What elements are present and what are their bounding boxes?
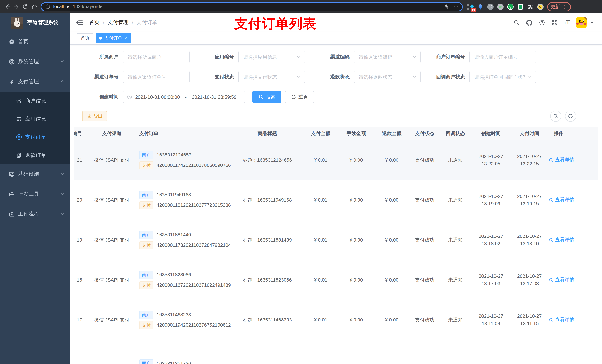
pay-no: 4200001194202110276752100612 — [157, 322, 231, 328]
github-icon[interactable] — [526, 19, 533, 26]
merchant-select[interactable] — [123, 51, 190, 63]
navbar: 首页 / 支付管理 / 支付订单 支付订单列表 TT — [70, 13, 602, 32]
close-icon[interactable]: × — [124, 35, 127, 41]
channel-order-no-input[interactable] — [127, 74, 185, 80]
extension-y-icon[interactable]: y — [507, 3, 514, 10]
sidebar-item-system[interactable]: 系统管理 — [0, 52, 70, 72]
extension-badge: 10 — [471, 8, 476, 12]
notify-status-select[interactable] — [469, 71, 536, 83]
sidebar-item-app-info[interactable]: 应用信息 — [0, 110, 70, 128]
merchant-no: 1635312124657 — [157, 152, 191, 157]
bookmark-star-icon[interactable]: ☆ — [454, 4, 458, 9]
sidebar-item-dev-tools[interactable]: 研发工具 — [0, 184, 70, 204]
search-icon[interactable] — [513, 19, 520, 26]
sidebar-item-refund-order[interactable]: 退款订单 — [0, 146, 70, 164]
extension-command-icon[interactable]: ⌘ — [487, 3, 494, 10]
order-id: 17 — [74, 300, 87, 340]
sidebar-item-infrastructure[interactable]: 基础设施 — [0, 164, 70, 184]
help-icon[interactable] — [539, 19, 545, 26]
merchant-order-no-field[interactable] — [469, 51, 536, 63]
channel-code-select[interactable] — [354, 51, 420, 63]
filter-app: 应用编号 — [190, 51, 305, 63]
app-select-input[interactable] — [243, 54, 295, 60]
pay-status: 支付成功 — [409, 220, 440, 260]
table-row[interactable]: 19 微信 JSAPI 支付 商户1635311881440 支付4200001… — [74, 220, 598, 260]
browser-reload-button[interactable] — [21, 2, 30, 11]
export-button[interactable]: 导出 — [82, 111, 107, 121]
toolbox-icon — [7, 191, 16, 198]
sidebar-item-workflow[interactable]: 工作流程 — [0, 204, 70, 224]
refund-status-input[interactable] — [358, 74, 411, 80]
header-title: 商品标题 — [232, 127, 303, 140]
extension-dot-icon[interactable] — [497, 3, 504, 10]
table-row[interactable]: 18 微信 JSAPI 支付 商户1635311823086 支付4200001… — [74, 260, 598, 300]
app-select[interactable] — [238, 51, 305, 63]
channel-order-no-field[interactable] — [123, 71, 190, 83]
table-row[interactable]: 17 微信 JSAPI 支付 商户1635311468233 支付4200001… — [74, 300, 598, 340]
browser-back-button[interactable] — [3, 2, 12, 11]
date-start: 2021-10-01 00:00:00 — [135, 94, 180, 100]
search-button[interactable]: 搜索 — [252, 91, 281, 103]
date-range-picker[interactable]: 2021-10-01 00:00:00 - 2021-10-31 23:59:5… — [123, 91, 245, 103]
merchant-select-input[interactable] — [127, 54, 185, 60]
view-detail-link[interactable]: 查看详情 — [549, 197, 574, 203]
table-row[interactable]: 20 微信 JSAPI 支付 商户1635311949168 支付4200001… — [74, 180, 598, 220]
view-detail-link[interactable]: 查看详情 — [549, 277, 574, 283]
view-detail-link[interactable]: 查看详情 — [549, 157, 574, 163]
filter-pay-status: 支付状态 — [190, 71, 305, 83]
view-detail-link[interactable]: 查看详情 — [549, 316, 574, 323]
browser-forward-button[interactable] — [12, 2, 21, 11]
fee-amount: ¥ 0.00 — [338, 300, 374, 340]
pay-status-input[interactable] — [243, 74, 295, 80]
page-annotation: 支付订单列表 — [234, 15, 317, 33]
table-row[interactable]: 21 微信 JSAPI 支付 商户1635312124657 支付4200001… — [74, 140, 598, 180]
avatar-caret-icon[interactable] — [591, 22, 593, 23]
notify-status-input[interactable] — [473, 74, 526, 80]
sidebar-item-home[interactable]: 首页 — [0, 32, 70, 52]
merchant-order-no-input[interactable] — [473, 54, 532, 60]
pay-amount: ¥ 0.01 — [303, 300, 338, 340]
header-order: 支付订单 — [136, 127, 232, 140]
toggle-search-button[interactable] — [550, 111, 561, 122]
sidebar-item-label: 工作流程 — [18, 211, 39, 218]
refund-amount: ¥ 0.00 — [374, 140, 409, 180]
font-size-icon[interactable]: TT — [564, 20, 570, 26]
tab-pay-order[interactable]: 支付订单× — [96, 33, 131, 43]
chevron-down-icon — [527, 75, 532, 79]
filter-refund-status: 退款状态 — [305, 71, 420, 83]
avatar[interactable] — [576, 17, 587, 28]
pay-tag: 支付 — [139, 201, 153, 209]
monitor-icon — [7, 171, 16, 177]
extension-puzzle-icon[interactable] — [527, 3, 534, 10]
chevron-down-icon — [297, 75, 301, 79]
sidebar-item-payment[interactable]: ¥ 支付管理 — [0, 72, 70, 92]
app-logo[interactable]: 芋道管理系统 — [0, 13, 70, 32]
extension-kite-icon[interactable] — [477, 3, 484, 10]
tab-home[interactable]: 首页 — [77, 33, 93, 43]
sidebar-item-merchant-info[interactable]: 商户信息 — [0, 92, 70, 110]
fullscreen-icon[interactable] — [551, 19, 558, 26]
breadcrumb-payment[interactable]: 支付管理 — [108, 19, 129, 26]
refund-status-select[interactable] — [354, 71, 420, 83]
sidebar-toggle-icon[interactable] — [76, 19, 83, 26]
share-icon[interactable] — [444, 4, 449, 10]
address-bar[interactable]: localhost:1024/pay/order ☆ — [41, 2, 463, 11]
extension-emoji-icon[interactable] — [537, 3, 544, 10]
orders-table: 编号 支付渠道 支付订单 商品标题 支付金额 手续金额 退款金额 支付状态 回调… — [74, 127, 598, 364]
refresh-button[interactable] — [565, 111, 576, 122]
reset-button[interactable]: 重置 — [285, 91, 314, 103]
browser-update-button[interactable]: 更新⋮ — [547, 2, 571, 11]
pay-status-select[interactable] — [238, 71, 305, 83]
create-time: 2021-10-2713:18:02 — [471, 220, 511, 260]
breadcrumb-home[interactable]: 首页 — [89, 19, 100, 26]
site-info-icon[interactable] — [45, 4, 50, 9]
browser-menu-icon[interactable]: ⋮ — [562, 4, 567, 10]
browser-home-button[interactable] — [30, 2, 39, 11]
sidebar-item-pay-order[interactable]: 支付订单 — [0, 128, 70, 146]
channel-code-input[interactable] — [358, 54, 411, 60]
merchant-no: 1635311881440 — [157, 232, 191, 238]
view-detail-link[interactable]: 查看详情 — [549, 237, 574, 243]
extension-chat-icon[interactable] — [517, 3, 524, 10]
extension-grid-icon[interactable]: 10 — [467, 3, 473, 10]
header-pay-time: 支付时间 — [511, 127, 548, 140]
